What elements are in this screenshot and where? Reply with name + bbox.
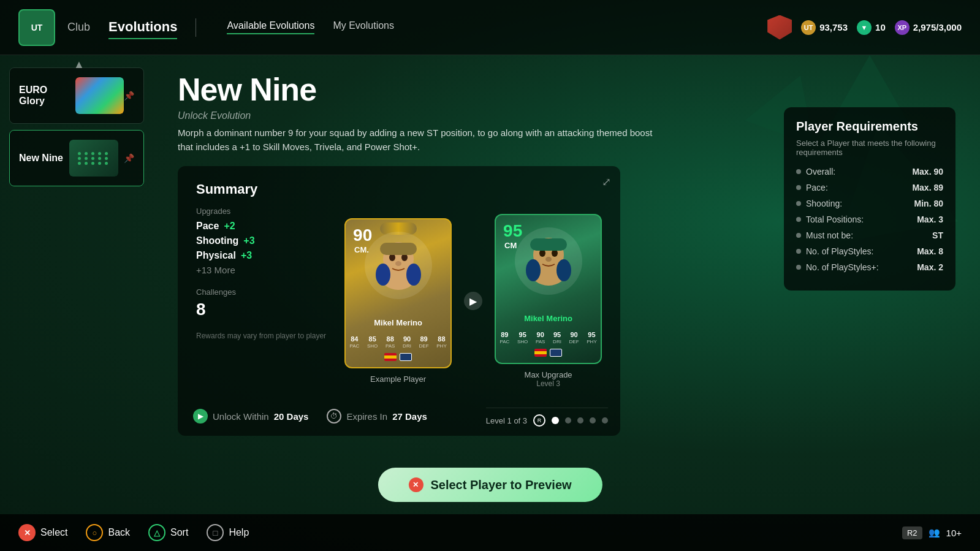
req-val-pace: Max. 89 [912,183,943,192]
nav-my-evolutions[interactable]: My Evolutions [333,20,394,34]
bottom-right: R2 👥 10+ [902,526,962,539]
before-player-card: 90 CM. [344,218,452,368]
after-club-badge [550,349,562,357]
tokens-value: 10 [875,22,886,32]
unlock-label: Unlock Within [213,411,269,422]
select-button[interactable]: ✕ Select [18,524,67,541]
new-nine-image [69,140,118,177]
req-label-overall: Overall: [806,167,835,177]
new-nine-card[interactable]: New Nine 📌 [10,131,143,186]
players-count-label: 10+ [946,528,962,538]
after-card-flags [496,349,601,357]
spain-flag [384,353,397,361]
after-phy: 95 [587,331,596,338]
before-rating: 90 [353,227,372,244]
req-playstyles-plus: No. of PlayStyles+: Max. 2 [796,262,943,272]
level-dot-3 [577,417,583,424]
cross-icon: ✕ [18,524,36,541]
after-dri: 95 [553,331,561,338]
shooting-stat: Shooting [196,235,238,246]
new-nine-bg [69,140,118,177]
svg-point-12 [545,257,552,262]
challenges-section: Challenges 8 [196,287,326,319]
rewards-note: Rewards may vary from player to player [196,332,326,340]
after-stats-row: 89PAC 95SHO 90PAS 95DRI 90DEF 95PHY [496,331,601,344]
before-def: 89 [419,335,429,343]
scroll-up-arrow[interactable]: ▲ [74,58,85,71]
level-dot-5 [602,417,608,424]
challenges-count: 8 [196,300,326,319]
nav-items: Club Evolutions Available Evolutions My … [67,16,767,39]
level-r-btn[interactable]: R [533,414,545,427]
after-face [515,227,582,295]
req-dot-must-not [796,233,801,238]
bottom-bar: ✕ Select ○ Back △ Sort □ Help R2 👥 10+ [0,514,980,551]
top-nav: UT Club Evolutions Available Evolutions … [0,0,980,55]
sidebar-item-euro-glory[interactable]: EURO Glory 📌 [9,67,144,124]
req-total-positions: Total Positions: Max. 3 [796,215,943,224]
top-right-hud: UT 93,753 ▼ 10 XP 2,975/3,000 [767,15,962,40]
after-player-name: Mikel Merino [496,314,601,323]
before-face [365,232,432,299]
req-val-playstyles: Max. 8 [917,246,943,256]
unlock-within: ▶ Unlock Within 20 Days [193,409,308,424]
nav-available-evolutions[interactable]: Available Evolutions [227,20,314,34]
after-card-label: Max Upgrade [495,370,602,379]
after-position: CM [504,241,517,250]
euro-glory-gradient [75,77,124,114]
evolution-description: Morph a dominant number 9 for your squad… [178,126,656,154]
before-card-label: Example Player [344,374,452,384]
req-val-positions: Max. 3 [917,215,943,224]
sidebar-item-new-nine[interactable]: New Nine 📌 [9,130,144,186]
svg-point-6 [376,264,390,286]
sidebar: EURO Glory 📌 New Nine 📌 [0,55,153,514]
before-card-wrapper: 90 CM. [344,218,452,384]
nav-sub: Available Evolutions My Evolutions [227,20,394,34]
more-upgrades-link[interactable]: +13 More [196,265,326,275]
card-arrow[interactable]: ▶ [464,292,482,310]
req-val-overall: Max. 90 [912,167,943,177]
triangle-icon: △ [148,524,165,541]
r2-badge: R2 [902,526,922,539]
req-label-pace: Pace: [806,183,828,192]
before-pac: 84 [349,335,359,343]
unlock-days: 20 Days [274,411,309,422]
new-nine-label: New Nine [19,153,63,164]
after-def: 90 [569,331,579,338]
challenges-label: Challenges [196,287,326,297]
req-label-playstyles-plus: No. of PlayStyles+: [806,262,879,272]
req-label-must-not: Must not be: [806,230,853,240]
back-btn-label: Back [108,527,130,538]
upgrades-section: Upgrades Pace +2 Shooting +3 Physical +3… [196,207,326,275]
svg-point-15 [556,259,571,281]
ut-logo: UT [18,9,55,46]
back-button[interactable]: ○ Back [86,524,130,541]
before-player-face-svg [371,238,426,293]
evolution-title: New Nine [178,74,955,105]
xp-value: 2,975/3,000 [913,22,962,32]
after-sho: 95 [517,331,528,338]
expand-button[interactable]: ⤢ [602,175,611,189]
nav-evolutions[interactable]: Evolutions [108,16,177,39]
req-dot-positions [796,217,801,222]
requirements-title: Player Requirements [796,120,943,134]
select-btn-label: Select [40,527,67,538]
coins-badge: UT 93,753 [801,20,848,35]
after-player-card: 95 CM [495,214,602,364]
nav-club[interactable]: Club [67,18,90,37]
req-dot-overall [796,169,801,174]
after-pas: 90 [536,331,545,338]
nav-divider [196,18,196,37]
euro-glory-card[interactable]: EURO Glory 📌 [10,68,143,123]
req-must-not-be: Must not be: ST [796,230,943,240]
req-dot-pace [796,185,801,190]
sort-button[interactable]: △ Sort [148,524,188,541]
select-player-button[interactable]: ✕ Select Player to Preview [378,468,602,502]
players-count: 👥 [929,527,940,538]
before-stats-row: 84PAC 85SHO 88PAS 90DRI 89DEF 88PHY [346,335,450,349]
svg-point-7 [406,264,421,286]
expires-in: ⏱ Expires In 27 Days [327,409,427,424]
before-card-flags [346,353,450,361]
shield-icon [767,15,792,40]
help-button[interactable]: □ Help [207,524,249,541]
